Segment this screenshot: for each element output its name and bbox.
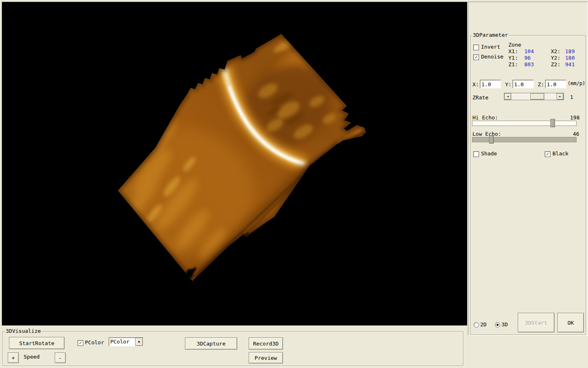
low-echo-thumb[interactable] <box>489 135 494 144</box>
zrate-left-arrow-icon[interactable]: ◄ <box>504 93 511 100</box>
start-rotate-button[interactable]: StartRotate <box>9 337 65 349</box>
low-echo-label: Low Echo: <box>472 131 501 137</box>
black-checkbox[interactable]: ✓ <box>545 151 550 157</box>
zone-y1-value: 96 <box>524 55 531 61</box>
3dcapture-button[interactable]: 3DCapture <box>185 337 237 350</box>
mode-3d-label: 3D <box>501 321 508 328</box>
hi-echo-value: 198 <box>570 114 579 121</box>
speed-label: Speed <box>24 354 40 360</box>
zone-z1-value: 803 <box>524 61 534 67</box>
zone-z2-label: Z2: <box>551 61 560 67</box>
zone-x2-label: X2: <box>551 48 560 54</box>
3dstart-button[interactable]: 3DStart <box>518 313 555 332</box>
groupbox-3dparameter: 3DParameter ✓ Invert ✓ Denoise Zone X1: … <box>470 35 586 335</box>
parameter-panel: 3DParameter ✓ Invert ✓ Denoise Zone X1: … <box>468 2 588 336</box>
low-echo-value: 46 <box>573 131 579 137</box>
scale-unit-label: (mm/p) <box>568 81 585 87</box>
zone-x1-label: X1: <box>508 48 518 54</box>
shade-label: Shade <box>481 150 497 157</box>
mode-2d-label: 2D <box>480 321 487 328</box>
checkmark-icon: ✓ <box>79 341 82 345</box>
scale-y-label: Y: <box>505 81 512 88</box>
hi-echo-slider[interactable] <box>472 121 577 126</box>
groupbox-3dparameter-title: 3DParameter <box>472 32 509 38</box>
preview-button[interactable]: Preview <box>249 352 283 364</box>
checkmark-icon: ✓ <box>546 152 549 156</box>
denoise-label: Denoise <box>481 54 503 60</box>
zone-x1-value: 104 <box>524 48 534 54</box>
record3d-button[interactable]: Record3D <box>249 337 283 350</box>
zone-z2-value: 941 <box>565 61 575 67</box>
pcolor-label: PColor <box>85 339 104 346</box>
hi-echo-label: Hi Echo: <box>472 114 498 121</box>
ok-button[interactable]: OK <box>557 313 584 332</box>
zrate-scrollbar[interactable]: ◄ ► <box>504 93 564 100</box>
mode-2d-radio[interactable] <box>474 322 479 328</box>
scale-z-input[interactable] <box>545 80 566 88</box>
zone-y1-label: Y1: <box>508 55 518 61</box>
zone-title: Zone <box>508 42 521 48</box>
black-label: Black <box>552 150 568 157</box>
scale-y-input[interactable] <box>512 80 534 88</box>
checkmark-icon: ✓ <box>475 55 478 59</box>
app-window: 3DParameter ✓ Invert ✓ Denoise Zone X1: … <box>0 0 588 368</box>
zone-z1-label: Z1: <box>508 61 518 67</box>
zrate-label: ZRate <box>472 94 488 101</box>
speed-minus-button[interactable]: - <box>55 352 66 363</box>
invert-label: Invert <box>481 44 500 50</box>
groupbox-3dvisualize: 3DVisualize StartRotate ✓ PColor PColor … <box>2 331 463 366</box>
zone-x2-value: 189 <box>565 48 575 54</box>
pcolor-combobox[interactable]: PColor ▼ <box>109 337 143 346</box>
low-echo-slider[interactable] <box>472 137 577 142</box>
dropdown-arrow-icon[interactable]: ▼ <box>135 338 143 346</box>
denoise-checkbox[interactable]: ✓ <box>473 54 479 60</box>
zrate-value: 1 <box>570 94 573 100</box>
render-viewport[interactable] <box>2 2 467 325</box>
ultrasound-render <box>2 2 467 325</box>
zrate-track[interactable] <box>511 93 557 100</box>
groupbox-3dvisualize-title: 3DVisualize <box>5 328 42 334</box>
zone-y2-value: 180 <box>565 55 575 61</box>
scale-x-label: X: <box>472 81 479 88</box>
invert-checkbox[interactable]: ✓ <box>473 45 479 50</box>
scale-z-label: Z: <box>538 81 544 88</box>
pcolor-checkbox[interactable]: ✓ <box>78 340 83 346</box>
hi-echo-thumb[interactable] <box>550 119 555 127</box>
mode-3d-radio[interactable] <box>495 322 500 328</box>
shade-checkbox[interactable]: ✓ <box>473 151 479 157</box>
zrate-right-arrow-icon[interactable]: ► <box>557 93 564 100</box>
zone-y2-label: Y2: <box>551 55 560 61</box>
scale-x-input[interactable] <box>480 80 501 88</box>
zrate-thumb[interactable] <box>530 93 544 100</box>
speed-plus-button[interactable]: + <box>8 352 19 363</box>
pcolor-combobox-value: PColor <box>109 338 135 346</box>
